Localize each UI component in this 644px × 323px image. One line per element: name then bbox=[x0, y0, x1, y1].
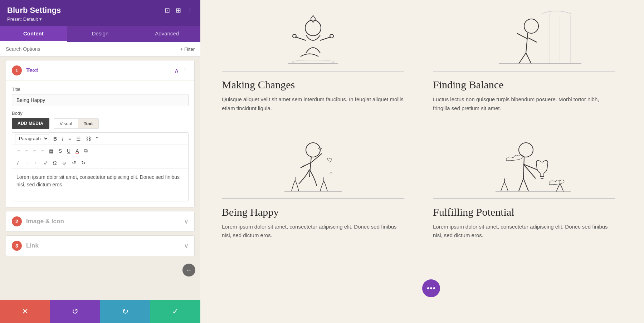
more-icon[interactable]: ⋮ bbox=[187, 6, 193, 14]
cancel-button[interactable]: ✕ bbox=[0, 300, 50, 323]
strikethrough-btn[interactable]: S bbox=[57, 147, 64, 155]
outdent-btn[interactable]: ← bbox=[31, 158, 41, 167]
text-section-dots[interactable]: ⋮ bbox=[182, 67, 189, 74]
step-3: 3 bbox=[12, 241, 22, 251]
link-btn[interactable]: ⛓ bbox=[84, 134, 93, 143]
add-media-area: ADD MEDIA Visual Text bbox=[12, 118, 189, 129]
redo-btn[interactable]: ↻ bbox=[79, 158, 88, 167]
main-content: Making Changes Quisque aliquet velit sit… bbox=[200, 0, 644, 323]
illustration-being-happy bbox=[222, 127, 404, 199]
save-button[interactable]: ✓ bbox=[150, 300, 200, 323]
color-btn[interactable]: A bbox=[73, 147, 81, 155]
image-icon-chevron[interactable]: ∨ bbox=[184, 217, 189, 225]
tab-design[interactable]: Design bbox=[67, 26, 134, 42]
link-chevron[interactable]: ∨ bbox=[184, 242, 189, 250]
image-icon-section-title: Image & Icon bbox=[26, 218, 181, 225]
layout-icon[interactable]: ⊞ bbox=[176, 6, 181, 14]
table-btn[interactable]: ▦ bbox=[47, 147, 56, 155]
svg-point-12 bbox=[330, 172, 332, 174]
toolbar-row-1: Paragraph B I ≡ ☰ ⛓ " bbox=[12, 133, 188, 145]
text-section-header[interactable]: 1 Text ∧ ⋮ bbox=[6, 60, 194, 80]
card-title-being-happy: Being Happy bbox=[222, 206, 404, 218]
indent-btn[interactable]: → bbox=[21, 158, 31, 167]
special-char-btn[interactable]: Ω bbox=[51, 158, 59, 167]
card-title-making-changes: Making Changes bbox=[222, 79, 404, 91]
floating-menu-button[interactable]: ••• bbox=[422, 279, 440, 297]
illustration-fulfilling-potential bbox=[433, 127, 615, 199]
card-fulfilling-potential: Fulfilling Potential Lorem ipsum dolor s… bbox=[433, 127, 615, 240]
expand-icon[interactable]: ⊡ bbox=[165, 6, 170, 14]
preset-label[interactable]: Preset: Default ▾ bbox=[7, 16, 193, 22]
bold-btn[interactable]: B bbox=[51, 134, 59, 143]
card-body-being-happy: Lorem ipsum dolor sit amet, consectetur … bbox=[222, 222, 404, 240]
content-grid: Making Changes Quisque aliquet velit sit… bbox=[222, 0, 615, 240]
image-icon-section-header[interactable]: 2 Image & Icon ∨ bbox=[6, 211, 194, 231]
toolbar-row-3: I → ← ⤢ Ω ☺ ↺ ↻ bbox=[12, 157, 188, 169]
ol-btn[interactable]: ☰ bbox=[74, 134, 83, 143]
bottom-bar: ✕ ↺ ↻ ✓ bbox=[0, 300, 200, 323]
quote-btn[interactable]: " bbox=[94, 134, 100, 143]
title-input[interactable] bbox=[12, 94, 189, 106]
copy-btn[interactable]: ⧉ bbox=[82, 146, 90, 155]
align-left-btn[interactable]: ≡ bbox=[15, 147, 22, 155]
italic-btn[interactable]: I bbox=[60, 134, 65, 143]
body-section: Body ADD MEDIA Visual Text Paragraph bbox=[12, 111, 189, 201]
justify-btn[interactable]: ≡ bbox=[39, 147, 46, 155]
svg-point-10 bbox=[306, 143, 320, 157]
text-section: 1 Text ∧ ⋮ Title Body ADD MEDIA Visual T… bbox=[6, 60, 195, 207]
visual-tab[interactable]: Visual bbox=[54, 119, 78, 128]
align-right-btn[interactable]: ≡ bbox=[31, 147, 38, 155]
filter-button[interactable]: + Filter bbox=[180, 47, 195, 52]
settings-panel: Blurb Settings ⊡ ⊞ ⋮ Preset: Default ▾ C… bbox=[0, 0, 200, 323]
undo-button[interactable]: ↺ bbox=[50, 300, 100, 323]
step-2: 2 bbox=[12, 216, 22, 226]
paragraph-select[interactable]: Paragraph bbox=[15, 134, 49, 143]
card-being-happy: Being Happy Lorem ipsum dolor sit amet, … bbox=[222, 127, 404, 240]
card-title-finding-balance: Finding Balance bbox=[433, 79, 615, 91]
add-media-button[interactable]: ADD MEDIA bbox=[12, 118, 49, 129]
text-section-title: Text bbox=[26, 67, 171, 74]
emoji-btn[interactable]: ☺ bbox=[59, 158, 69, 167]
panel-header-icons: ⊡ ⊞ ⋮ bbox=[165, 6, 193, 14]
panel-content: 1 Text ∧ ⋮ Title Body ADD MEDIA Visual T… bbox=[0, 57, 200, 323]
card-title-fulfilling-potential: Fulfilling Potential bbox=[433, 206, 615, 218]
align-center-btn[interactable]: ≡ bbox=[23, 147, 30, 155]
toolbar-row-2: ≡ ≡ ≡ ≡ ▦ S U A ⧉ bbox=[12, 145, 188, 157]
editor-toolbar: Paragraph B I ≡ ☰ ⛓ " ≡ ≡ ≡ bbox=[12, 132, 189, 169]
underline-btn[interactable]: U bbox=[65, 147, 73, 155]
svg-point-5 bbox=[524, 19, 538, 33]
undo-btn[interactable]: ↺ bbox=[70, 158, 78, 167]
panel-tabs: Content Design Advanced bbox=[0, 26, 200, 42]
image-icon-section: 2 Image & Icon ∨ bbox=[6, 211, 195, 232]
svg-point-3 bbox=[330, 34, 333, 38]
title-field-label: Title bbox=[12, 87, 189, 92]
tab-content[interactable]: Content bbox=[0, 26, 67, 42]
card-body-finding-balance: Luctus lectus non quisque turpis bibendu… bbox=[433, 95, 615, 113]
visual-text-tabs: Visual Text bbox=[54, 118, 99, 129]
body-editor[interactable]: Lorem ipsum dolor sit amet, consectetur … bbox=[12, 169, 189, 201]
drag-icon[interactable]: ↔ bbox=[182, 264, 195, 276]
search-bar: + Filter bbox=[0, 42, 200, 57]
text-section-chevron[interactable]: ∧ bbox=[174, 67, 179, 74]
illustration-making-changes bbox=[222, 0, 404, 72]
fullscreen-btn[interactable]: ⤢ bbox=[42, 158, 50, 167]
card-finding-balance: Finding Balance Luctus lectus non quisqu… bbox=[433, 0, 615, 113]
redo-button[interactable]: ↻ bbox=[100, 300, 150, 323]
card-body-making-changes: Quisque aliquet velit sit amet sem inter… bbox=[222, 95, 404, 113]
tab-advanced[interactable]: Advanced bbox=[133, 26, 200, 42]
body-field-label: Body bbox=[12, 111, 189, 116]
svg-point-0 bbox=[292, 60, 335, 64]
text-section-body: Title Body ADD MEDIA Visual Text bbox=[6, 80, 194, 207]
text-tab[interactable]: Text bbox=[78, 119, 99, 128]
card-making-changes: Making Changes Quisque aliquet velit sit… bbox=[222, 0, 404, 113]
link-section-title: Link bbox=[26, 242, 181, 249]
card-body-fulfilling-potential: Lorem ipsum dolor sit amet, consectetur … bbox=[433, 222, 615, 240]
link-section-header[interactable]: 3 Link ∨ bbox=[6, 236, 194, 256]
step-1: 1 bbox=[12, 65, 22, 75]
panel-title: Blurb Settings bbox=[7, 6, 61, 15]
link-section: 3 Link ∨ bbox=[6, 235, 195, 256]
italic2-btn[interactable]: I bbox=[15, 158, 21, 167]
svg-point-2 bbox=[293, 34, 296, 38]
search-input[interactable] bbox=[6, 46, 180, 52]
ul-btn[interactable]: ≡ bbox=[66, 134, 73, 143]
